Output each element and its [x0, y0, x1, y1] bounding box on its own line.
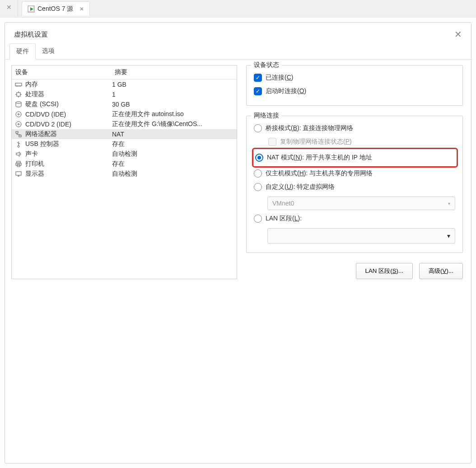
radio-icon — [254, 183, 262, 191]
nat-highlight: NAT 模式(N): 用于共享主机的 IP 地址 — [252, 148, 458, 168]
device-row[interactable]: USB 控制器存在 — [12, 139, 237, 149]
svg-point-14 — [16, 112, 21, 117]
nat-label: NAT 模式(N): 用于共享主机的 IP 地址 — [267, 154, 372, 162]
device-name: 声卡 — [25, 150, 38, 158]
device-name: 网络适配器 — [25, 130, 57, 138]
close-icon[interactable]: ✕ — [79, 6, 84, 12]
display-icon — [14, 170, 23, 178]
chevron-down-icon: ▾ — [448, 201, 450, 206]
device-name: CD/DVD (IDE) — [25, 111, 66, 118]
device-row[interactable]: 网络适配器NAT — [12, 129, 237, 139]
replicate-label: 复制物理网络连接状态(P) — [280, 138, 352, 146]
connect-on-poweron-label: 启动时连接(O) — [266, 87, 306, 95]
device-row[interactable]: CD/DVD (IDE)正在使用文件 autoinst.iso — [12, 109, 237, 119]
device-name: USB 控制器 — [25, 140, 59, 148]
checkbox-checked-icon: ✓ — [254, 74, 262, 82]
radio-bridged[interactable]: 桥接模式(B): 直接连接物理网络 — [254, 122, 455, 135]
hostonly-label: 仅主机模式(H): 与主机共享的专用网络 — [266, 169, 373, 178]
cd-icon — [14, 120, 23, 128]
custom-network-value: VMnet0 — [272, 200, 294, 207]
svg-rect-22 — [17, 161, 20, 163]
printer-icon — [14, 160, 23, 168]
vm-tab[interactable]: CentOS 7 源 ✕ — [22, 1, 90, 16]
advanced-button[interactable]: 高级(V)... — [419, 263, 463, 279]
tab-hardware[interactable]: 硬件 — [9, 43, 36, 60]
cpu-icon — [14, 90, 23, 98]
svg-rect-18 — [16, 131, 18, 133]
device-summary: 存在 — [111, 140, 237, 148]
memory-icon — [14, 80, 23, 89]
svg-point-20 — [18, 145, 19, 147]
device-row[interactable]: 硬盘 (SCSI)30 GB — [12, 99, 237, 109]
device-summary: 自动检测 — [111, 170, 237, 178]
custom-network-select[interactable]: VMnet0 ▾ — [267, 197, 455, 210]
custom-label: 自定义(U): 特定虚拟网络 — [266, 183, 335, 191]
device-name: CD/DVD 2 (IDE) — [25, 121, 71, 128]
close-icon[interactable]: ✕ — [6, 4, 12, 11]
connected-checkbox-row[interactable]: ✓ 已连接(C) — [254, 71, 455, 84]
svg-point-13 — [16, 102, 21, 103]
header-device: 设备 — [12, 66, 111, 79]
device-name: 内存 — [25, 80, 38, 89]
device-row[interactable]: 显示器自动检测 — [12, 169, 237, 179]
sound-icon — [14, 150, 23, 158]
radio-selected-icon — [255, 154, 263, 162]
dialog-title: 虚拟机设置 — [14, 30, 48, 39]
device-row[interactable]: 处理器1 — [12, 89, 237, 99]
device-summary: 正在使用文件 autoinst.iso — [111, 110, 237, 118]
svg-rect-19 — [19, 135, 21, 137]
device-summary: NAT — [111, 131, 237, 138]
svg-point-15 — [18, 114, 19, 115]
device-row[interactable]: 声卡自动检测 — [12, 149, 237, 159]
device-details-panel: 设备状态 ✓ 已连接(C) ✓ 启动时连接(O) 网络连接 桥接模 — [246, 65, 465, 279]
network-legend: 网络连接 — [251, 112, 282, 120]
disk-icon — [14, 100, 23, 108]
connect-on-poweron-checkbox-row[interactable]: ✓ 启动时连接(O) — [254, 84, 455, 98]
header-summary: 摘要 — [111, 66, 237, 79]
device-summary: 1 — [111, 91, 237, 98]
radio-nat[interactable]: NAT 模式(N): 用于共享主机的 IP 地址 — [253, 151, 455, 164]
vm-settings-dialog: 虚拟机设置 ✕ 硬件 选项 设备 摘要 内存1 GB处理器1硬盘 (SCSI)3… — [5, 22, 471, 463]
svg-rect-3 — [15, 83, 22, 86]
lan-segment-select[interactable]: ▾ — [267, 228, 455, 243]
device-summary: 正在使用文件 G:\镜像\CentOS... — [111, 120, 237, 128]
device-summary: 30 GB — [111, 101, 237, 108]
radio-custom[interactable]: 自定义(U): 特定虚拟网络 — [254, 180, 455, 194]
vm-tab-label: CentOS 7 源 — [37, 5, 73, 13]
vm-icon — [28, 5, 35, 13]
svg-marker-2 — [30, 7, 33, 11]
device-name: 打印机 — [25, 160, 44, 168]
svg-point-17 — [18, 124, 19, 125]
checkbox-checked-icon: ✓ — [254, 87, 262, 95]
network-icon — [14, 130, 23, 138]
radio-lan-segment[interactable]: LAN 区段(L): — [254, 212, 455, 225]
lan-label: LAN 区段(L): — [266, 215, 302, 223]
device-name: 显示器 — [25, 170, 44, 178]
device-summary: 存在 — [111, 160, 237, 168]
cd-icon — [14, 110, 23, 118]
svg-point-16 — [16, 122, 21, 127]
tab-options[interactable]: 选项 — [36, 43, 61, 59]
bridged-label: 桥接模式(B): 直接连接物理网络 — [266, 124, 353, 132]
usb-icon — [14, 140, 23, 148]
device-list-panel: 设备 摘要 内存1 GB处理器1硬盘 (SCSI)30 GBCD/DVD (ID… — [11, 65, 237, 279]
svg-rect-25 — [16, 172, 21, 175]
checkbox-disabled-icon — [268, 138, 276, 146]
svg-rect-8 — [17, 93, 20, 96]
dialog-tabs: 硬件 选项 — [5, 43, 471, 60]
lan-segments-button[interactable]: LAN 区段(S)... — [356, 263, 413, 279]
dialog-close-button[interactable]: ✕ — [454, 29, 462, 40]
replicate-checkbox-row: 复制物理网络连接状态(P) — [268, 135, 455, 149]
network-connection-group: 网络连接 桥接模式(B): 直接连接物理网络 复制物理网络连接状态(P) NAT… — [246, 116, 463, 253]
device-row[interactable]: 内存1 GB — [12, 80, 237, 89]
device-summary: 自动检测 — [111, 150, 237, 158]
radio-icon — [254, 169, 262, 178]
device-row[interactable]: 打印机存在 — [12, 159, 237, 169]
home-tab[interactable]: ✕ — [0, 0, 18, 17]
device-table-header: 设备 摘要 — [12, 66, 237, 80]
device-state-legend: 设备状态 — [251, 61, 282, 69]
radio-icon — [254, 124, 262, 132]
device-row[interactable]: CD/DVD 2 (IDE)正在使用文件 G:\镜像\CentOS... — [12, 119, 237, 129]
radio-hostonly[interactable]: 仅主机模式(H): 与主机共享的专用网络 — [254, 167, 455, 180]
device-name: 处理器 — [25, 90, 44, 98]
